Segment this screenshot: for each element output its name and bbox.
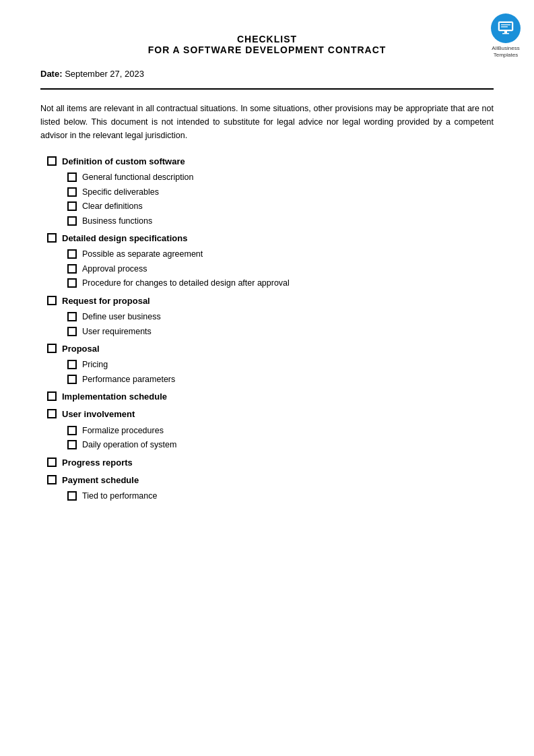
checklist-item-detailed-design[interactable]: Detailed design specifications: [47, 232, 494, 245]
checklist: Definition of custom softwareGeneral fun…: [47, 156, 494, 503]
checkbox-proposal[interactable]: [47, 344, 57, 353]
date-value: September 27, 2023: [65, 69, 144, 79]
doc-subtitle: FOR A SOFTWARE DEVELOPMENT CONTRACT: [40, 44, 494, 55]
subitem-detailed-design-2[interactable]: Procedure for changes to detailed design…: [67, 278, 494, 290]
subitems-detailed-design: Possible as separate agreementApproval p…: [67, 249, 494, 290]
checkbox-implementation[interactable]: [47, 391, 57, 401]
section-detailed-design: Detailed design specificationsPossible a…: [47, 232, 494, 290]
subcheckbox-user-involvement-0[interactable]: [67, 426, 77, 435]
svg-rect-3: [501, 24, 510, 26]
subitem-request-proposal-0[interactable]: Define user business: [67, 311, 494, 323]
checkbox-user-involvement[interactable]: [47, 409, 57, 418]
checklist-item-implementation[interactable]: Implementation schedule: [47, 391, 494, 403]
subitem-proposal-0[interactable]: Pricing: [67, 359, 494, 371]
checkbox-payment-schedule[interactable]: [47, 475, 57, 484]
subcheckbox-definition-2[interactable]: [67, 201, 77, 211]
subitem-detailed-design-1[interactable]: Approval process: [67, 263, 494, 276]
checklist-item-payment-schedule[interactable]: Payment schedule: [47, 474, 494, 486]
logo-text: AllBusiness Templates: [492, 45, 519, 59]
subcheckbox-detailed-design-2[interactable]: [67, 278, 77, 288]
item-label-proposal: Proposal: [62, 343, 100, 355]
sublabel-request-proposal-1: User requirements: [82, 326, 152, 338]
section-request-proposal: Request for proposalDefine user business…: [47, 295, 494, 338]
sublabel-request-proposal-0: Define user business: [82, 311, 161, 323]
svg-rect-6: [502, 33, 509, 34]
intro-text: Not all items are relevant in all contra…: [40, 102, 494, 142]
subcheckbox-definition-0[interactable]: [67, 172, 77, 182]
subitem-proposal-1[interactable]: Performance parameters: [67, 374, 494, 386]
subcheckbox-payment-schedule-0[interactable]: [67, 491, 77, 501]
subitems-user-involvement: Formalize proceduresDaily operation of s…: [67, 425, 494, 451]
sublabel-detailed-design-0: Possible as separate agreement: [82, 249, 203, 261]
subcheckbox-detailed-design-1[interactable]: [67, 264, 77, 274]
item-label-detailed-design: Detailed design specifications: [62, 232, 187, 245]
item-label-definition: Definition of custom software: [62, 156, 185, 168]
sublabel-detailed-design-1: Approval process: [82, 263, 147, 276]
subitems-request-proposal: Define user businessUser requirements: [67, 311, 494, 338]
svg-rect-5: [504, 31, 507, 33]
item-label-user-involvement: User involvement: [62, 408, 135, 420]
checkbox-progress-reports[interactable]: [47, 458, 57, 467]
section-definition: Definition of custom softwareGeneral fun…: [47, 156, 494, 227]
item-label-progress-reports: Progress reports: [62, 457, 133, 469]
sublabel-user-involvement-1: Daily operation of system: [82, 439, 176, 451]
section-payment-schedule: Payment scheduleTied to performance: [47, 474, 494, 503]
section-proposal: ProposalPricingPerformance parameters: [47, 343, 494, 385]
subitem-definition-1[interactable]: Specific deliverables: [67, 187, 494, 199]
subitems-proposal: PricingPerformance parameters: [67, 359, 494, 385]
doc-title: CHECKLIST: [40, 34, 494, 44]
subcheckbox-user-involvement-1[interactable]: [67, 440, 77, 449]
item-label-payment-schedule: Payment schedule: [62, 474, 139, 486]
date-line: Date: September 27, 2023: [40, 69, 494, 79]
sublabel-detailed-design-2: Procedure for changes to detailed design…: [82, 278, 290, 290]
subcheckbox-proposal-0[interactable]: [67, 360, 77, 369]
logo-icon: [491, 13, 521, 43]
subcheckbox-request-proposal-1[interactable]: [67, 327, 77, 336]
checklist-item-user-involvement[interactable]: User involvement: [47, 408, 494, 420]
divider: [40, 88, 494, 90]
sublabel-definition-3: Business functions: [82, 216, 152, 228]
checkbox-detailed-design[interactable]: [47, 233, 57, 243]
subitem-definition-0[interactable]: General functional description: [67, 172, 494, 184]
subitem-payment-schedule-0[interactable]: Tied to performance: [67, 491, 494, 503]
subcheckbox-definition-1[interactable]: [67, 187, 77, 197]
document-page: AllBusiness Templates CHECKLIST FOR A SO…: [0, 0, 534, 756]
subitems-payment-schedule: Tied to performance: [67, 491, 494, 503]
subcheckbox-definition-3[interactable]: [67, 216, 77, 226]
subitem-user-involvement-1[interactable]: Daily operation of system: [67, 439, 494, 451]
subitem-user-involvement-0[interactable]: Formalize procedures: [67, 425, 494, 437]
checkbox-request-proposal[interactable]: [47, 296, 57, 305]
subitem-definition-3[interactable]: Business functions: [67, 216, 494, 228]
section-progress-reports: Progress reports: [47, 457, 494, 469]
sublabel-definition-0: General functional description: [82, 172, 193, 184]
document-header: CHECKLIST FOR A SOFTWARE DEVELOPMENT CON…: [40, 34, 494, 55]
checklist-item-progress-reports[interactable]: Progress reports: [47, 457, 494, 469]
subcheckbox-request-proposal-0[interactable]: [67, 312, 77, 321]
svg-rect-4: [501, 26, 508, 28]
sublabel-definition-1: Specific deliverables: [82, 187, 159, 199]
item-label-request-proposal: Request for proposal: [62, 295, 150, 307]
sublabel-proposal-1: Performance parameters: [82, 374, 175, 386]
checklist-item-proposal[interactable]: Proposal: [47, 343, 494, 355]
checklist-item-definition[interactable]: Definition of custom software: [47, 156, 494, 168]
subitem-request-proposal-1[interactable]: User requirements: [67, 326, 494, 338]
section-user-involvement: User involvementFormalize proceduresDail…: [47, 408, 494, 451]
checklist-item-request-proposal[interactable]: Request for proposal: [47, 295, 494, 307]
checkbox-definition[interactable]: [47, 156, 57, 166]
sublabel-proposal-0: Pricing: [82, 359, 108, 371]
item-label-implementation: Implementation schedule: [62, 391, 167, 403]
sublabel-definition-2: Clear definitions: [82, 201, 143, 213]
subitems-definition: General functional descriptionSpecific d…: [67, 172, 494, 227]
logo-container: AllBusiness Templates: [491, 13, 521, 59]
subcheckbox-detailed-design-0[interactable]: [67, 249, 77, 259]
sublabel-user-involvement-0: Formalize procedures: [82, 425, 164, 437]
section-implementation: Implementation schedule: [47, 391, 494, 403]
date-label: Date:: [40, 69, 63, 79]
subitem-definition-2[interactable]: Clear definitions: [67, 201, 494, 213]
subcheckbox-proposal-1[interactable]: [67, 375, 77, 384]
subitem-detailed-design-0[interactable]: Possible as separate agreement: [67, 249, 494, 261]
sublabel-payment-schedule-0: Tied to performance: [82, 491, 157, 503]
